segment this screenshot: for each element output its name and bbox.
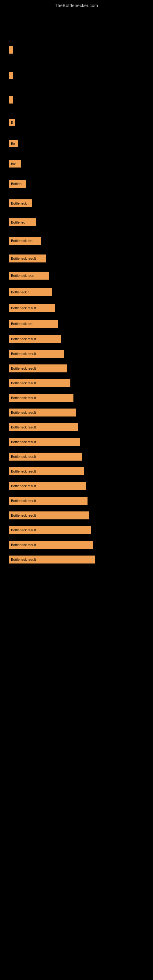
bar-row-0: [8, 46, 150, 54]
bar-row-6: Bottlen: [8, 180, 150, 188]
bar-row-24: Bottleneck result: [8, 467, 150, 475]
site-title: TheBottlenecker.com: [0, 0, 153, 10]
bn-bar-25: Bottleneck result: [9, 482, 86, 490]
bar-row-1: [8, 72, 150, 79]
bn-bar-29: Bottleneck result: [9, 541, 93, 549]
bn-bar-14: Bottleneck res: [9, 320, 58, 328]
bn-bar-17: Bottleneck result: [9, 364, 67, 372]
bar-row-19: Bottleneck result: [8, 394, 150, 402]
bn-bar-16: Bottleneck result: [9, 350, 64, 358]
bar-row-18: Bottleneck result: [8, 379, 150, 387]
bar-row-8: Bottlenec: [8, 218, 150, 226]
bars-container: B Bo Bot Bottlen Bottleneck r Bottlenec …: [3, 40, 150, 570]
bar-row-14: Bottleneck res: [8, 320, 150, 328]
bar-row-13: Bottleneck result: [8, 304, 150, 312]
bar-row-21: Bottleneck result: [8, 423, 150, 431]
bar-row-20: Bottleneck result: [8, 409, 150, 417]
bar-row-12: Bottleneck r: [8, 288, 150, 296]
bn-bar-9: Bottleneck res: [9, 237, 41, 245]
bar-row-2: [8, 96, 150, 103]
bar-row-10: Bottleneck result: [8, 255, 150, 262]
bar-row-27: Bottleneck result: [8, 511, 150, 519]
bn-bar-22: Bottleneck result: [9, 438, 80, 446]
bn-bar-10: Bottleneck result: [9, 255, 46, 262]
bar-row-4: Bo: [8, 140, 150, 147]
bn-bar-4: Bo: [9, 140, 18, 147]
bn-bar-24: Bottleneck result: [9, 467, 84, 475]
bar-row-16: Bottleneck result: [8, 350, 150, 358]
bar-row-25: Bottleneck result: [8, 482, 150, 490]
bn-bar-12: Bottleneck r: [9, 288, 52, 296]
bar-row-23: Bottleneck result: [8, 453, 150, 461]
bn-bar-0: [9, 46, 13, 54]
bn-bar-26: Bottleneck result: [9, 497, 88, 505]
bar-row-28: Bottleneck result: [8, 526, 150, 534]
bar-row-26: Bottleneck result: [8, 497, 150, 505]
bn-bar-7: Bottleneck r: [9, 199, 32, 207]
bar-row-9: Bottleneck res: [8, 237, 150, 245]
bn-bar-5: Bot: [9, 160, 21, 167]
main-content: B Bo Bot Bottlen Bottleneck r Bottlenec …: [0, 10, 153, 573]
bar-row-30: Bottleneck result: [8, 555, 150, 563]
bn-bar-3: B: [9, 119, 15, 126]
bar-row-22: Bottleneck result: [8, 438, 150, 446]
bn-bar-11: Bottleneck resu: [9, 272, 49, 280]
bn-bar-8: Bottlenec: [9, 218, 36, 226]
bn-bar-2: [9, 96, 13, 103]
bar-row-15: Bottleneck result: [8, 335, 150, 343]
bn-bar-6: Bottlen: [9, 180, 26, 188]
bn-bar-15: Bottleneck result: [9, 335, 61, 343]
bar-row-5: Bot: [8, 160, 150, 167]
bar-row-29: Bottleneck result: [8, 541, 150, 549]
bar-row-17: Bottleneck result: [8, 364, 150, 372]
bn-bar-1: [9, 72, 13, 79]
bar-row-7: Bottleneck r: [8, 199, 150, 207]
bn-bar-18: Bottleneck result: [9, 379, 70, 387]
bn-bar-30: Bottleneck result: [9, 555, 95, 563]
bn-bar-13: Bottleneck result: [9, 304, 55, 312]
bar-row-3: B: [8, 119, 150, 126]
bn-bar-21: Bottleneck result: [9, 423, 78, 431]
bn-bar-23: Bottleneck result: [9, 453, 82, 461]
bn-bar-28: Bottleneck result: [9, 526, 91, 534]
bn-bar-19: Bottleneck result: [9, 394, 73, 402]
bn-bar-27: Bottleneck result: [9, 511, 89, 519]
bn-bar-20: Bottleneck result: [9, 409, 76, 417]
bar-row-11: Bottleneck resu: [8, 272, 150, 280]
